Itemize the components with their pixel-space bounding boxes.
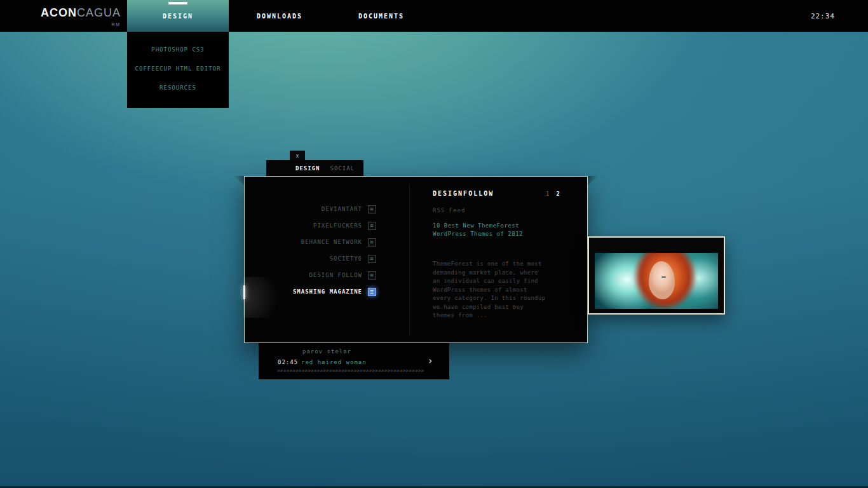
list-icon: ≡	[368, 255, 376, 263]
player-artist: parov stelar	[302, 348, 351, 355]
logo-bold: ACON	[41, 6, 77, 19]
link-label: PIXELFUCKERS	[313, 222, 362, 229]
nav-tab-label: DESIGN	[163, 13, 193, 20]
chevron-right-icon: ›	[427, 355, 433, 367]
nav-tab-label: DOCUMENTS	[358, 13, 404, 20]
article-title[interactable]: 10 Best New ThemeForest WordPress Themes…	[433, 222, 523, 238]
feed-subtitle: RSS Feed	[433, 207, 465, 214]
list-icon: ≡	[368, 271, 376, 280]
logo-sub: RM	[41, 18, 121, 30]
eye-right	[663, 276, 666, 278]
pagination: 1 2	[546, 191, 560, 197]
panel-fold-shadow-right	[587, 176, 599, 186]
article-title-line2: WordPress Themes of 2012	[433, 230, 523, 238]
photo-frame	[588, 236, 725, 315]
clock: 22:34	[811, 0, 835, 32]
panel-notch	[243, 285, 245, 299]
app-logo: ACONCAGUA RM	[41, 7, 121, 30]
nav-tab-downloads[interactable]: DOWNLOADS	[229, 0, 330, 32]
design-dropdown-menu: PHOTOSHOP CS3 COFFEECUP HTML EDITOR RESO…	[127, 32, 229, 108]
nav-tab-label: DOWNLOADS	[257, 13, 302, 20]
active-tab-indicator	[168, 2, 187, 4]
face-shape	[649, 261, 675, 299]
link-item-smashing-magazine[interactable]: SMASHING MAGAZINE ≡	[245, 283, 409, 300]
desktop-background: ACONCAGUA RM DESIGN DOWNLOADS DOCUMENTS …	[0, 0, 868, 488]
nav-tab-design[interactable]: DESIGN	[127, 0, 229, 32]
feed-widget-panel: DEVIANTART ≡ PIXELFUCKERS ≡ BEHANCE NETW…	[244, 176, 588, 343]
page-1[interactable]: 1	[546, 191, 549, 197]
link-item-behance-network[interactable]: BEHANCE NETWORK ≡	[245, 234, 409, 250]
link-label: SOCIETY6	[330, 255, 362, 262]
nav-tab-documents[interactable]: DOCUMENTS	[330, 0, 432, 32]
photo-red-haired-woman	[595, 253, 718, 309]
link-label: DEVIANTART	[322, 206, 362, 212]
link-label: BEHANCE NETWORK	[301, 239, 362, 245]
panel-fold-shadow-left	[233, 176, 245, 186]
link-item-deviantart[interactable]: DEVIANTART ≡	[245, 201, 409, 217]
list-icon: ≡	[368, 288, 376, 296]
close-icon: x	[296, 153, 299, 159]
article-title-line1: 10 Best New ThemeForest	[433, 222, 523, 230]
page-2[interactable]: 2	[556, 191, 559, 197]
music-player: parov stelar 02:45 red haired woman »»»»…	[259, 343, 449, 379]
panel-divider	[409, 184, 410, 336]
menu-item-photoshop-cs3[interactable]: PHOTOSHOP CS3	[127, 40, 229, 59]
player-elapsed-time: 02:45	[278, 359, 298, 365]
link-item-pixelfuckers[interactable]: PIXELFUCKERS ≡	[245, 217, 409, 234]
list-icon: ≡	[368, 205, 376, 214]
list-icon: ≡	[368, 238, 376, 247]
menu-item-coffeecup-html-editor[interactable]: COFFEECUP HTML EDITOR	[127, 59, 229, 78]
logo-light: CAGUA	[77, 6, 121, 19]
link-item-design-follow[interactable]: DESIGN FOLLOW ≡	[245, 267, 409, 283]
link-label: DESIGN FOLLOW	[309, 272, 362, 278]
widget-close-button[interactable]: x	[290, 151, 305, 161]
list-icon: ≡	[368, 222, 376, 230]
links-list: DEVIANTART ≡ PIXELFUCKERS ≡ BEHANCE NETW…	[245, 201, 409, 300]
link-label: SMASHING MAGAZINE	[293, 288, 362, 295]
article-body: ThemeForest is one of the most demanding…	[433, 260, 548, 320]
widget-tab-design[interactable]: DESIGN	[295, 165, 320, 172]
widget-tab-social[interactable]: SOCIAL	[330, 165, 355, 172]
widget-tab-bar: DESIGN SOCIAL	[266, 160, 363, 177]
player-track-title: red haired woman	[301, 359, 367, 365]
link-item-society6[interactable]: SOCIETY6 ≡	[245, 250, 409, 267]
feed-source-title: DESIGNFOLLOW	[433, 190, 494, 197]
topbar: ACONCAGUA RM DESIGN DOWNLOADS DOCUMENTS …	[0, 0, 868, 32]
menu-item-resources[interactable]: RESOURCES	[127, 78, 229, 97]
player-next-button[interactable]: ›	[421, 351, 439, 369]
player-progress-bar[interactable]: »»»»»»»»»»»»»»»»»»»»»»»»»»»»»»»»»»»»»»»»…	[277, 368, 424, 375]
